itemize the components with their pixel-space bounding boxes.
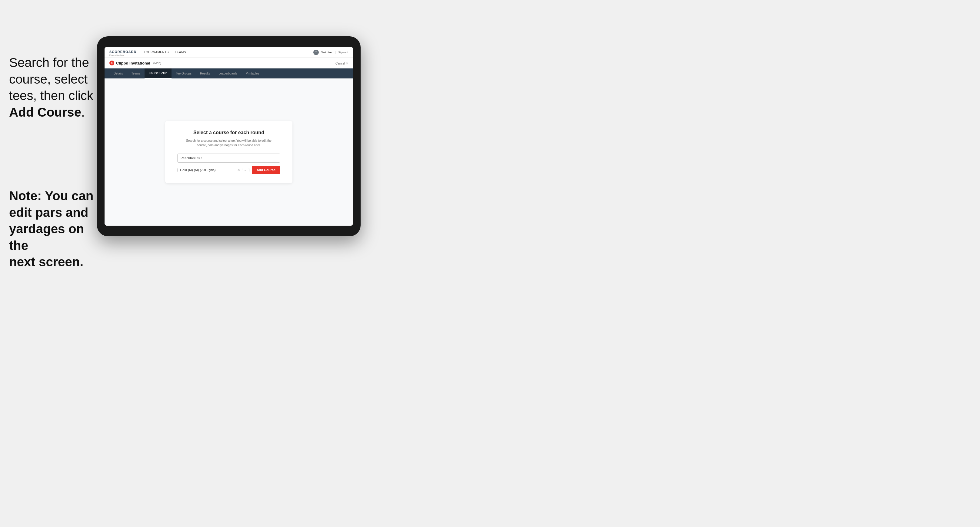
nav-right: T Test User | Sign out [313,50,348,55]
tee-clear-icon[interactable]: ✕ [237,168,240,172]
logo-area: SCOREBOARD Powered by clippd [110,49,136,56]
course-search-input[interactable] [177,154,280,163]
tee-value: Gold (M) (M) (7010 yds) [180,168,215,172]
pipe: | [335,51,336,54]
cancel-area[interactable]: Cancel ✕ [336,60,348,66]
annotation-note: Note: You can edit pars and yardages on … [9,188,100,270]
tee-select-row: Gold (M) (M) (7010 yds) ✕ ⌃⌄ Add Course [177,166,280,174]
course-section-title: Select a course for each round [177,130,280,135]
signout-link[interactable]: Sign out [338,51,348,54]
tablet-frame: SCOREBOARD Powered by clippd TOURNAMENTS… [97,37,361,236]
user-label: Test User [321,51,333,54]
logo-sub: Powered by clippd [110,54,136,56]
course-card: Select a course for each round Search fo… [165,121,293,183]
tab-printables[interactable]: Printables [242,69,263,78]
tab-bar: Details Teams Course Setup Tee Groups Re… [105,68,353,78]
tee-select-wrapper[interactable]: Gold (M) (M) (7010 yds) ✕ ⌃⌄ [177,168,250,172]
tournament-title: C Clippd Invitational (Men) [110,60,161,65]
tee-chevron-icon[interactable]: ⌃⌄ [241,168,247,172]
tab-details[interactable]: Details [110,69,127,78]
course-section-desc: Search for a course and select a tee. Yo… [177,138,280,148]
tab-teams[interactable]: Teams [127,69,145,78]
tournament-name: Clippd Invitational [116,61,150,65]
tab-tee-groups[interactable]: Tee Groups [172,69,196,78]
main-content: Select a course for each round Search fo… [105,78,353,225]
tab-course-setup[interactable]: Course Setup [145,68,172,78]
nav-links: TOURNAMENTS TEAMS [144,51,313,54]
tournament-icon: C [110,60,114,65]
tab-leaderboards[interactable]: Leaderboards [214,69,242,78]
tournament-header: C Clippd Invitational (Men) Cancel ✕ [105,58,353,68]
tournament-badge: (Men) [153,62,161,65]
tee-icons: ✕ ⌃⌄ [237,168,247,172]
add-course-button[interactable]: Add Course [252,166,280,174]
annotation-text: Search for the course, select tees, then… [9,54,94,121]
user-avatar: T [313,50,319,55]
logo-text: SCOREBOARD [110,50,136,54]
nav-teams[interactable]: TEAMS [175,51,186,54]
top-nav: SCOREBOARD Powered by clippd TOURNAMENTS… [105,47,353,58]
cancel-button[interactable]: Cancel ✕ [336,62,348,65]
tab-results[interactable]: Results [196,69,214,78]
nav-tournaments[interactable]: TOURNAMENTS [144,51,169,54]
tablet-screen: SCOREBOARD Powered by clippd TOURNAMENTS… [105,47,353,225]
